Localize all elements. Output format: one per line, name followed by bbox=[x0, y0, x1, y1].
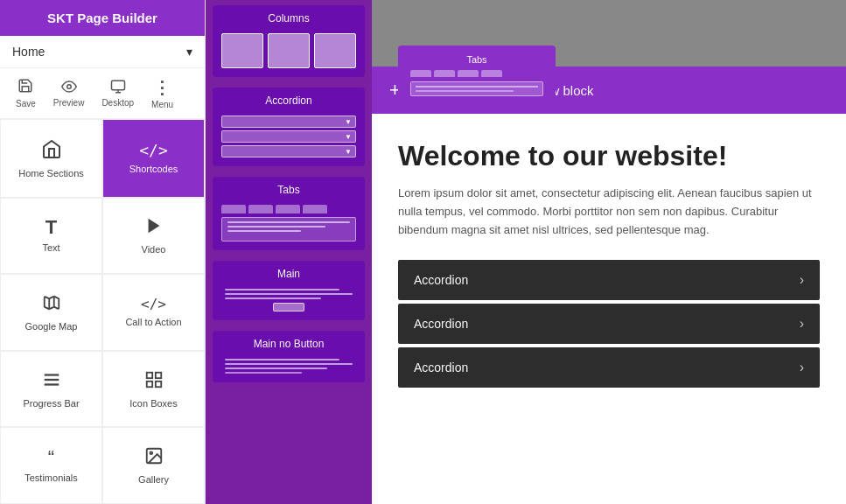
nob-line-3 bbox=[225, 368, 327, 369]
chevron-icon-2: › bbox=[800, 316, 804, 332]
tabs-float-content bbox=[410, 81, 543, 96]
panel-section-accordion-title: Accordion bbox=[213, 88, 365, 110]
sidebar-grid: Home Sections </> Shortcodes T Text Vide… bbox=[0, 119, 205, 504]
nob-line-1 bbox=[225, 359, 339, 360]
acc-row-1: ▼ bbox=[221, 116, 356, 128]
acc-row-2: ▼ bbox=[221, 130, 356, 143]
tab-mini-4 bbox=[303, 205, 327, 214]
accordion-label-1: Accordion bbox=[414, 273, 468, 287]
chevron-icon-3: › bbox=[800, 360, 804, 375]
nob-line-2 bbox=[225, 363, 353, 365]
map-icon bbox=[42, 293, 61, 316]
panel-section-main-no-button[interactable]: Main no Button bbox=[213, 331, 365, 382]
sidebar-item-video[interactable]: Video bbox=[102, 198, 205, 275]
sidebar-item-label: Google Map bbox=[25, 321, 78, 332]
svg-rect-9 bbox=[155, 372, 160, 377]
content-area: Tabs + Drop here to create a new block W… bbox=[372, 0, 846, 504]
line-1 bbox=[227, 221, 350, 223]
sidebar-item-label: Video bbox=[142, 244, 166, 255]
tab-mini-2 bbox=[248, 205, 273, 214]
accordion-item-1[interactable]: Accordion › bbox=[398, 260, 820, 300]
sidebar-item-testimonials[interactable]: “ Testimonials bbox=[0, 427, 102, 504]
main-preview-area bbox=[213, 284, 365, 320]
sidebar-item-icon-boxes[interactable]: Icon Boxes bbox=[102, 351, 205, 428]
panel-section-tabs[interactable]: Tabs bbox=[213, 177, 365, 250]
tab-mini-3 bbox=[276, 205, 300, 214]
shortcodes-icon: </> bbox=[139, 143, 168, 158]
sidebar-item-home-sections[interactable]: Home Sections bbox=[0, 119, 102, 198]
save-button[interactable]: Save bbox=[9, 74, 43, 112]
sidebar-item-progress-bar[interactable]: Progress Bar bbox=[0, 351, 102, 428]
play-icon bbox=[144, 216, 164, 239]
preview-button[interactable]: Preview bbox=[46, 75, 92, 111]
svg-rect-10 bbox=[146, 381, 151, 386]
menu-button[interactable]: ⋮ Menu bbox=[144, 74, 180, 113]
nob-line-4 bbox=[225, 372, 302, 374]
menu-icon: ⋮ bbox=[153, 77, 171, 98]
chevron-icon: ▼ bbox=[345, 118, 352, 126]
sidebar-item-text[interactable]: T Text bbox=[0, 198, 102, 275]
tabs-mini-content bbox=[221, 217, 356, 242]
toolbar: Save Preview Desktop ⋮ Menu bbox=[0, 68, 205, 119]
panel: Columns Accordion ▼ ▼ ▼ Tabs bbox=[206, 0, 372, 504]
acc-row-3: ▼ bbox=[221, 145, 356, 158]
panel-section-tabs-title: Tabs bbox=[213, 177, 365, 200]
columns-preview-area bbox=[213, 28, 365, 77]
home-icon bbox=[41, 138, 62, 163]
tabs-content-lines bbox=[222, 218, 355, 235]
home-dropdown[interactable]: Home ▾ bbox=[0, 36, 205, 68]
sidebar-item-label: Icon Boxes bbox=[129, 398, 177, 409]
panel-section-columns[interactable]: Columns bbox=[213, 5, 365, 77]
column-box-2 bbox=[268, 33, 310, 68]
sidebar-item-call-to-action[interactable]: </> Call to Action bbox=[102, 274, 205, 351]
sidebar-item-label: Text bbox=[42, 242, 59, 253]
main-lines bbox=[225, 289, 353, 299]
panel-section-accordion[interactable]: Accordion ▼ ▼ ▼ bbox=[213, 88, 365, 166]
tab-float-4 bbox=[481, 70, 502, 77]
column-box-3 bbox=[314, 33, 356, 68]
sidebar-item-label: Shortcodes bbox=[129, 164, 178, 174]
welcome-text: Lorem ipsum dolor sit amet, consectetur … bbox=[398, 185, 820, 239]
welcome-title: Welcome to our website! bbox=[398, 140, 820, 172]
sidebar-item-label: Call to Action bbox=[125, 317, 181, 327]
main-btn-preview bbox=[273, 303, 304, 312]
accordion-label-2: Accordion bbox=[414, 317, 468, 331]
panel-section-main[interactable]: Main bbox=[213, 261, 365, 320]
desktop-button[interactable]: Desktop bbox=[94, 75, 141, 111]
app-title: SKT Page Builder bbox=[0, 0, 205, 36]
svg-rect-8 bbox=[146, 372, 151, 377]
content-top: Tabs + Drop here to create a new block bbox=[372, 0, 846, 114]
home-dropdown-label: Home bbox=[12, 45, 45, 59]
iconboxes-icon bbox=[144, 370, 164, 393]
sidebar-item-label: Testimonials bbox=[24, 472, 78, 483]
main-line-1 bbox=[225, 289, 339, 290]
tabs-preview-area bbox=[213, 200, 365, 250]
sidebar-item-gallery[interactable]: Gallery bbox=[102, 427, 205, 504]
chevron-icon: ▼ bbox=[345, 133, 352, 141]
accordion-item-3[interactable]: Accordion › bbox=[398, 347, 820, 388]
text-icon: T bbox=[45, 218, 57, 237]
tab-float-3 bbox=[458, 70, 479, 77]
panel-section-columns-title: Columns bbox=[213, 5, 365, 28]
main-preview bbox=[221, 289, 356, 312]
sidebar-item-google-map[interactable]: Google Map bbox=[0, 274, 102, 351]
line-2 bbox=[227, 226, 325, 228]
main-line-2 bbox=[225, 293, 353, 295]
accordion-preview-area: ▼ ▼ ▼ bbox=[213, 110, 365, 166]
gallery-icon bbox=[144, 446, 164, 469]
float-line-2 bbox=[416, 90, 514, 92]
preview-icon bbox=[61, 79, 77, 96]
sidebar-item-label: Gallery bbox=[138, 474, 169, 485]
accordion-item-2[interactable]: Accordion › bbox=[398, 304, 820, 344]
accordion-list: Accordion › Accordion › Accordion › bbox=[398, 260, 820, 388]
sidebar-item-label: Progress Bar bbox=[23, 398, 79, 409]
svg-point-13 bbox=[150, 452, 152, 455]
tabs-preview bbox=[221, 205, 356, 242]
sidebar-item-shortcodes[interactable]: </> Shortcodes bbox=[102, 119, 205, 198]
float-line-1 bbox=[416, 86, 538, 88]
tabs-floating-widget: Tabs bbox=[398, 46, 556, 105]
chevron-down-icon: ▾ bbox=[186, 45, 192, 59]
accordion-label-3: Accordion bbox=[414, 360, 468, 374]
tab-float-2 bbox=[434, 70, 455, 77]
testimonials-icon: “ bbox=[48, 448, 54, 467]
